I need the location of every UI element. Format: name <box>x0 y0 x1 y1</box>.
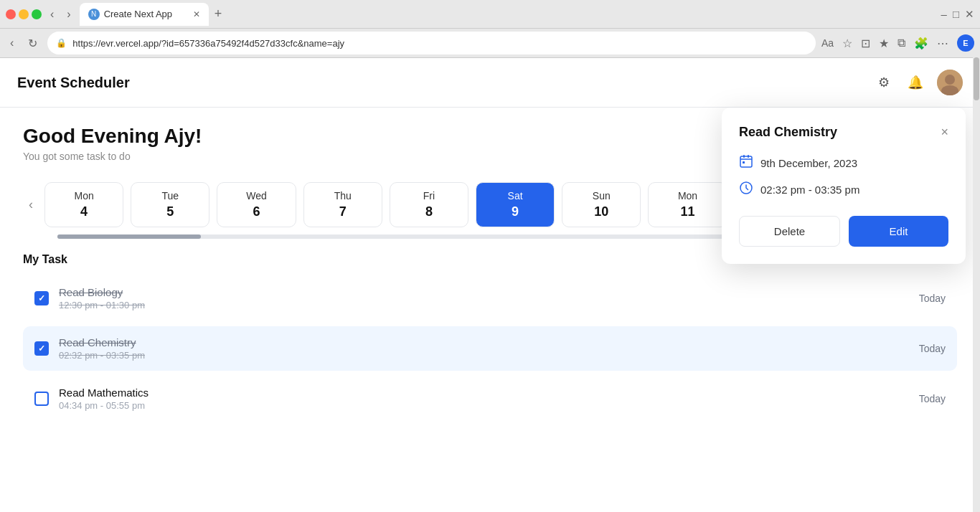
greeting-heading: Good Evening Ajy! <box>23 125 202 148</box>
svg-rect-3 <box>740 156 752 167</box>
main-content: Good Evening Ajy! You got some task to d… <box>0 108 980 444</box>
new-tab-button[interactable]: + <box>212 4 225 24</box>
day-num: 8 <box>397 204 461 219</box>
task-item-0: Read Biology 12:30 pm - 01:30 pm Today <box>23 276 957 321</box>
address-bar-row: ‹ ↻ 🔒 https://evr.vercel.app/?id=657336a… <box>0 29 980 58</box>
close-icon[interactable]: ✕ <box>965 8 974 21</box>
address-text: https://evr.vercel.app/?id=657336a75492f… <box>72 38 807 49</box>
tab-close-btn[interactable]: ✕ <box>193 9 200 19</box>
task-item-1: Read Chemistry 02:32 pm - 03:35 pm Today <box>23 326 957 371</box>
greeting-text: Good Evening Ajy! You got some task to d… <box>23 125 202 162</box>
tab-favicon: N <box>88 9 100 20</box>
read-mode-icon[interactable]: Aa <box>821 37 834 49</box>
task-info-1: Read Chemistry 02:32 pm - 03:35 pm <box>59 336 919 361</box>
tab-title: Create Next App <box>104 9 172 19</box>
window-min-btn[interactable] <box>19 9 29 19</box>
popup-header: Read Chemistry × <box>739 125 948 140</box>
task-time-0: 12:30 pm - 01:30 pm <box>59 300 919 310</box>
task-name-2: Read Mathematics <box>59 387 919 399</box>
task-detail-popup: Read Chemistry × 9th December, 2023 <box>722 108 966 264</box>
task-item-2: Read Mathematics 04:34 pm - 05:55 pm Tod… <box>23 376 957 421</box>
page-scrollbar-thumb <box>974 57 979 100</box>
app-container: Event Scheduler ⚙ 🔔 Good Evening Ajy! Yo… <box>0 58 980 512</box>
day-name: Mon <box>52 190 116 202</box>
window-max-btn[interactable] <box>32 9 42 19</box>
task-checkbox-0[interactable] <box>34 291 49 305</box>
popup-time-detail: 02:32 pm - 03:35 pm <box>739 181 948 199</box>
day-card-5[interactable]: Tue 5 <box>131 182 209 227</box>
split-view-icon[interactable]: ⊡ <box>861 37 870 50</box>
browser-toolbar: Aa ☆ ⊡ ★ ⧉ 🧩 ⋯ E <box>821 34 974 52</box>
avatar-image <box>937 70 963 95</box>
svg-point-1 <box>945 75 955 85</box>
clock-detail-icon <box>739 181 753 199</box>
nav-refresh-btn[interactable]: ↻ <box>24 34 42 53</box>
svg-rect-4 <box>743 155 745 158</box>
window-controls <box>6 9 42 19</box>
tasks-list: Read Biology 12:30 pm - 01:30 pm Today R… <box>23 276 957 421</box>
popup-delete-btn[interactable]: Delete <box>739 216 840 247</box>
collections-icon[interactable]: ⧉ <box>897 37 905 49</box>
day-name: Thu <box>311 190 374 202</box>
app-header: Event Scheduler ⚙ 🔔 <box>0 58 980 108</box>
calendar-prev-btn[interactable]: ‹ <box>23 191 39 218</box>
svg-rect-6 <box>743 161 745 163</box>
tabs-area: N Create Next App ✕ + <box>80 3 937 26</box>
task-name-1: Read Chemistry <box>59 336 919 349</box>
popup-date-text: 9th December, 2023 <box>760 157 857 169</box>
task-due-1: Today <box>919 343 946 354</box>
app-title: Event Scheduler <box>17 75 130 91</box>
task-due-2: Today <box>919 393 946 404</box>
extensions-icon[interactable]: 🧩 <box>914 37 928 50</box>
user-avatar[interactable] <box>937 70 963 95</box>
greeting-subtitle: You got some task to do <box>23 151 202 162</box>
day-name: Mon <box>656 190 719 202</box>
task-due-0: Today <box>919 293 946 304</box>
popup-title: Read Chemistry <box>739 125 837 140</box>
more-icon[interactable]: ⋯ <box>937 37 948 50</box>
bookmark-icon[interactable]: ☆ <box>842 37 852 50</box>
popup-actions: Delete Edit <box>739 216 948 247</box>
day-card-7[interactable]: Thu 7 <box>303 182 382 227</box>
popup-close-btn[interactable]: × <box>941 125 948 140</box>
svg-rect-5 <box>748 155 749 158</box>
nav-back-btn[interactable]: ‹ <box>6 34 18 52</box>
notifications-icon[interactable]: 🔔 <box>905 72 925 93</box>
tasks-section: My Task Read Biology 12:30 pm - 01:30 pm… <box>23 253 957 421</box>
day-num: 11 <box>656 204 719 219</box>
day-card-6[interactable]: Wed 6 <box>217 182 296 227</box>
popup-edit-btn[interactable]: Edit <box>849 216 948 247</box>
window-close-btn[interactable] <box>6 9 16 19</box>
calendar-detail-icon <box>739 154 753 172</box>
favorites-icon[interactable]: ★ <box>879 37 889 50</box>
address-bar[interactable]: 🔒 https://evr.vercel.app/?id=657336a7549… <box>47 32 816 54</box>
active-tab[interactable]: N Create Next App ✕ <box>80 3 209 26</box>
forward-button[interactable]: › <box>62 5 75 24</box>
popup-date-detail: 9th December, 2023 <box>739 154 948 172</box>
task-checkbox-2[interactable] <box>34 392 49 406</box>
page-scrollbar[interactable] <box>973 52 980 512</box>
day-card-11[interactable]: Mon 11 <box>648 182 727 227</box>
day-num: 6 <box>225 204 288 219</box>
settings-icon[interactable]: ⚙ <box>874 72 894 93</box>
browser-profile[interactable]: E <box>957 34 974 52</box>
popup-time-text: 02:32 pm - 03:35 pm <box>760 184 859 196</box>
day-num: 5 <box>138 204 202 219</box>
day-num: 4 <box>52 204 116 219</box>
task-checkbox-1[interactable] <box>34 341 49 356</box>
day-card-9[interactable]: Sat 9 <box>476 182 555 227</box>
calendar-scrollbar-thumb <box>57 234 201 239</box>
day-num: 9 <box>484 204 547 219</box>
day-card-4[interactable]: Mon 4 <box>44 182 123 227</box>
day-card-10[interactable]: Sun 10 <box>562 182 641 227</box>
lock-icon: 🔒 <box>56 38 67 48</box>
day-card-8[interactable]: Fri 8 <box>390 182 468 227</box>
restore-icon[interactable]: □ <box>953 8 959 20</box>
back-button[interactable]: ‹ <box>46 5 58 24</box>
day-name: Sat <box>484 190 547 202</box>
minimize-icon[interactable]: – <box>941 8 947 20</box>
day-name: Tue <box>138 190 202 202</box>
day-name: Sun <box>570 190 633 202</box>
day-name: Fri <box>397 190 461 202</box>
day-num: 10 <box>570 204 633 219</box>
